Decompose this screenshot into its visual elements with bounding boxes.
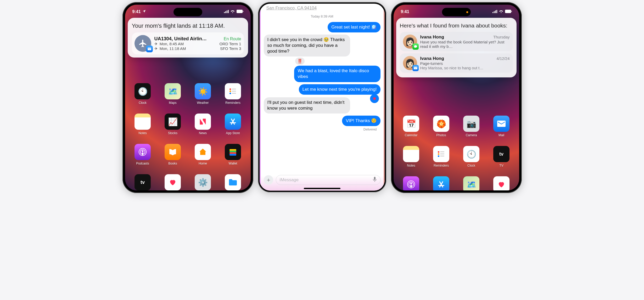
battery-icon <box>505 9 512 14</box>
compose-plus-button[interactable]: ＋ <box>264 175 273 185</box>
home-app-grid: 🕙Clock 🗺️Maps ☀️Weather Reminders Notes … <box>130 83 245 190</box>
message-received[interactable]: I'll put you on guest list next time, di… <box>264 97 350 114</box>
app-weather[interactable]: ☀️Weather <box>191 83 215 105</box>
message-received[interactable]: I didn't see you in the crowd 🥹 Thanks s… <box>264 35 350 56</box>
dictation-icon[interactable] <box>373 177 377 183</box>
compose-bar: ＋ iMessage <box>264 175 380 185</box>
tapback-exclaim[interactable]: ‼️ <box>295 58 305 65</box>
app-home[interactable]: Home <box>191 144 215 165</box>
svg-rect-4 <box>237 10 243 13</box>
status-time: 9:41 <box>401 9 409 14</box>
flight-departure: ✈︎ Mon, 8:45 AM <box>154 42 184 46</box>
home-app-grid: 📅Calendar 🏵️Photos 📷Camera Mail Notes Re… <box>399 116 514 190</box>
svg-rect-22 <box>495 10 496 13</box>
app-health[interactable]: Health <box>489 176 514 190</box>
messages-screen: San Francisco, CA 94104 Today 8:39 AM Gr… <box>260 4 385 191</box>
app-tv[interactable]: tvTV <box>130 174 155 190</box>
app-maps[interactable]: 🗺️Maps <box>459 176 484 190</box>
app-camera[interactable]: 📷Camera <box>459 116 484 137</box>
svg-point-8 <box>229 93 231 94</box>
svg-rect-0 <box>224 12 225 13</box>
app-stocks[interactable]: 📈Stocks <box>160 114 185 135</box>
app-podcasts[interactable]: Podcasts <box>130 144 155 165</box>
message-thread[interactable]: Great set last night! 🪩 I didn't see you… <box>261 20 384 131</box>
svg-rect-2 <box>227 10 227 13</box>
app-mail[interactable]: Mail <box>489 116 514 137</box>
reminders-icon <box>225 83 241 99</box>
settings-icon: ⚙️ <box>195 174 211 190</box>
result-name: Ivana Hong <box>420 56 444 61</box>
mail-mini-badge-icon <box>146 46 153 52</box>
svg-rect-23 <box>496 10 497 13</box>
status-time: 9:41 <box>132 9 141 14</box>
wifi-icon <box>499 9 503 14</box>
conversation-timestamp: Today 8:39 AM <box>261 13 384 20</box>
app-reminders[interactable]: Reminders <box>429 146 454 167</box>
app-maps[interactable]: 🗺️Maps <box>160 83 185 105</box>
app-photos[interactable]: 🏵️Photos <box>429 116 454 137</box>
message-sent[interactable]: We had a blast, loved the Italo disco vi… <box>294 66 380 82</box>
svg-rect-30 <box>440 154 444 154</box>
svg-rect-18 <box>229 154 236 156</box>
flight-status: En Route <box>224 37 241 41</box>
books-icon <box>165 144 181 160</box>
app-notes[interactable]: Notes <box>399 146 424 167</box>
phone-right-frame: 9:41 Here's what I found from Ivana abou… <box>391 2 522 193</box>
app-books[interactable]: Books <box>160 144 185 165</box>
home-icon <box>195 144 211 160</box>
result-name: Ivana Hong <box>420 35 444 40</box>
svg-rect-16 <box>229 151 236 152</box>
message-sent[interactable]: Great set last night! 🪩 <box>328 22 380 32</box>
flight-details-row[interactable]: UA1304, United Airlin… En Route ✈︎ Mon, … <box>132 32 244 54</box>
svg-rect-21 <box>494 11 495 13</box>
svg-rect-3 <box>228 10 229 13</box>
app-clock[interactable]: 🕙Clock <box>130 83 155 105</box>
svg-rect-17 <box>229 152 236 154</box>
app-news[interactable]: News <box>191 114 215 135</box>
app-appstore[interactable]: App Store <box>429 176 454 190</box>
app-notes[interactable]: Notes <box>130 114 155 135</box>
message-sent[interactable]: Let me know next time you're playing! <box>299 84 380 95</box>
clock-icon: 🕙 <box>463 146 479 162</box>
search-result-mail[interactable]: 👩🏻 Ivana Hong 4/12/24 Page-turners Hey M… <box>400 53 513 73</box>
app-podcasts[interactable]: Podcasts <box>399 176 424 190</box>
search-result-message[interactable]: 👩🏻 Ivana Hong Thursday Have you read the… <box>400 32 513 51</box>
message-input[interactable]: iMessage <box>276 175 380 185</box>
svg-rect-9 <box>232 89 236 89</box>
siri-search-card[interactable]: Here's what I found from Ivana about boo… <box>396 18 517 77</box>
svg-rect-31 <box>440 156 444 156</box>
app-reminders[interactable]: Reminders <box>221 83 245 105</box>
app-wallet[interactable]: Wallet <box>221 144 245 165</box>
phone-left-frame: 9:41 Your mom's flight lands at 11:18 AM… <box>122 2 253 193</box>
home-indicator[interactable] <box>304 188 340 189</box>
svg-rect-1 <box>225 11 226 13</box>
health-icon <box>165 174 181 190</box>
delivery-status: Delivered <box>264 128 380 131</box>
svg-point-7 <box>229 90 231 92</box>
svg-point-27 <box>438 153 439 155</box>
svg-rect-29 <box>440 151 444 152</box>
tapback-heart[interactable] <box>370 94 379 103</box>
app-files[interactable]: Files <box>221 174 245 190</box>
siri-flight-card[interactable]: Your mom's flight lands at 11:18 AM. UA1… <box>128 18 248 58</box>
flight-arrival-terminal: SFO Term 3 <box>220 46 241 51</box>
cellular-icon <box>224 9 229 14</box>
dynamic-island <box>442 8 471 16</box>
app-settings[interactable]: ⚙️Settings <box>191 174 215 190</box>
notes-icon <box>135 114 151 130</box>
svg-rect-11 <box>232 93 236 94</box>
arrival-icon: ✈︎ <box>154 46 159 51</box>
svg-rect-20 <box>492 12 493 13</box>
app-clock[interactable]: 🕙Clock <box>459 146 484 167</box>
flight-badge <box>135 35 151 52</box>
app-calendar[interactable]: 📅Calendar <box>399 116 424 137</box>
app-tv[interactable]: tvTV <box>489 146 514 167</box>
flight-number: UA1304, United Airlin… <box>154 36 207 42</box>
app-health[interactable]: Health <box>160 174 185 190</box>
message-sent[interactable]: VIP! Thanks ☺️ <box>342 116 380 126</box>
reminders-icon <box>433 146 449 162</box>
phone-left-screen: 9:41 Your mom's flight lands at 11:18 AM… <box>125 5 251 190</box>
maps-icon: 🗺️ <box>463 176 479 190</box>
app-appstore[interactable]: App Store <box>221 114 245 135</box>
contact-address[interactable]: San Francisco, CA 94104 <box>261 5 384 13</box>
